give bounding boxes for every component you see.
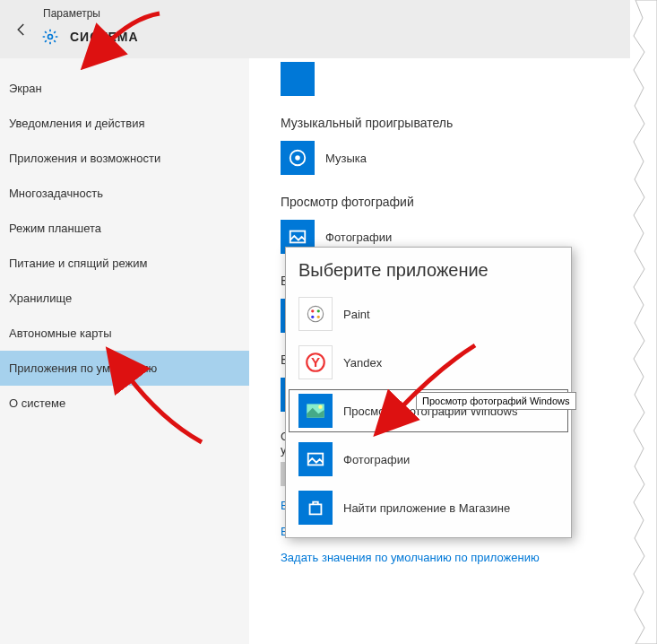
music-icon (281, 141, 315, 175)
sidebar-item-storage[interactable]: Хранилище (0, 281, 249, 316)
back-button[interactable] (11, 19, 32, 40)
section-music-label: Музыкальный проигрыватель (281, 116, 626, 130)
svg-point-5 (311, 309, 314, 312)
sidebar-item-maps[interactable]: Автономные карты (0, 316, 249, 351)
sidebar-item-display[interactable]: Экран (0, 71, 249, 106)
sidebar-item-multitask[interactable]: Многозадачность (0, 176, 249, 211)
svg-point-12 (318, 405, 322, 409)
app-tile-unknown[interactable] (281, 62, 315, 96)
torn-edge (630, 0, 657, 644)
popup-item-store[interactable]: Найти приложение в Магазине (286, 483, 571, 532)
link-byapp[interactable]: Задать значения по умолчанию по приложен… (281, 551, 626, 564)
tooltip: Просмотр фотографий Windows (416, 392, 576, 410)
photo-app-label: Фотографии (325, 231, 392, 244)
photo-viewer-icon (298, 394, 333, 428)
sidebar-item-power[interactable]: Питание и спящий режим (0, 246, 249, 281)
svg-point-8 (317, 316, 320, 318)
photos-icon (298, 442, 333, 476)
yandex-icon: Y (298, 345, 333, 379)
popup-title: Выберите приложение (286, 260, 571, 290)
sidebar-item-about[interactable]: О системе (0, 386, 249, 421)
breadcrumb-params: Параметры (43, 7, 100, 20)
svg-point-6 (317, 309, 320, 312)
popup-item-yandex[interactable]: Y Yandex (286, 338, 571, 387)
svg-text:Y: Y (311, 354, 320, 370)
sidebar: Экран Уведомления и действия Приложения … (0, 58, 249, 644)
page-title: СИСТЕМА (70, 30, 139, 44)
svg-point-2 (295, 155, 300, 161)
svg-point-7 (311, 316, 314, 318)
popup-item-photos[interactable]: Фотографии (286, 435, 571, 483)
popup-item-paint[interactable]: Paint (286, 290, 571, 338)
paint-icon (298, 297, 333, 331)
sidebar-item-notifications[interactable]: Уведомления и действия (0, 106, 249, 141)
store-icon (298, 491, 333, 525)
sidebar-item-apps[interactable]: Приложения и возможности (0, 141, 249, 176)
sidebar-item-default-apps[interactable]: Приложения по умолчанию (0, 351, 249, 386)
default-app-music[interactable]: Музыка (281, 141, 626, 175)
svg-point-4 (307, 306, 323, 321)
gear-icon (41, 28, 59, 46)
music-app-label: Музыка (325, 152, 367, 165)
section-photo-label: Просмотр фотографий (281, 195, 626, 209)
svg-point-0 (48, 34, 53, 39)
sidebar-item-tablet[interactable]: Режим планшета (0, 211, 249, 246)
